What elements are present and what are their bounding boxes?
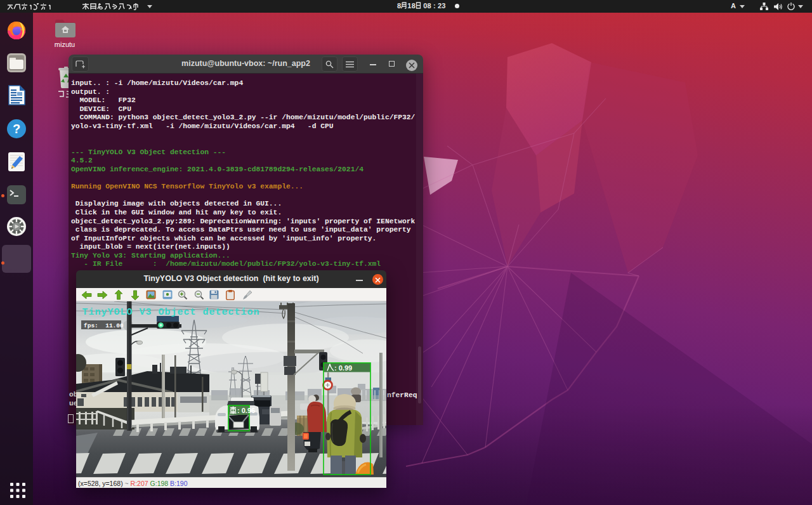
svg-text:fps: 11.00: fps: 11.00 [84,322,124,329]
svg-text:: 0.99: : 0.99 [334,364,352,372]
svg-text:?: ? [13,122,20,136]
svg-text:: 0.96: : 0.96 [237,407,255,414]
svg-text:TinyYOLO V3 Object detection: TinyYOLO V3 Object detection [82,307,260,318]
